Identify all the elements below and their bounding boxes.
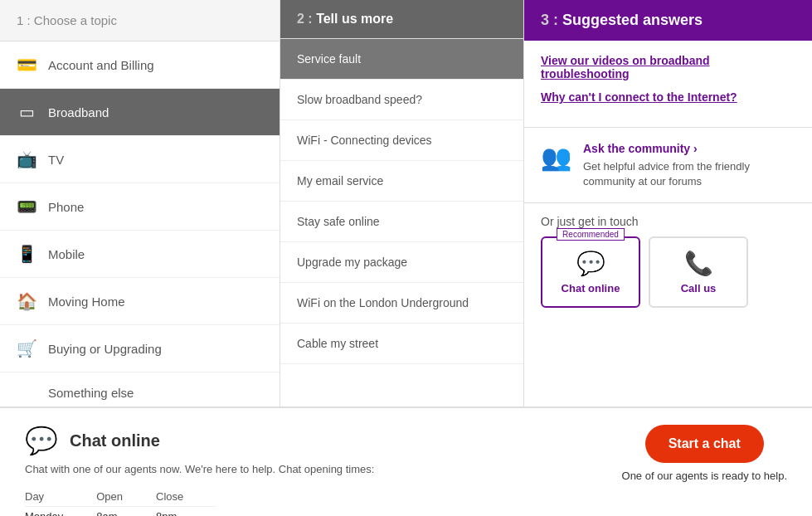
col2-title: 2 : Tell us more xyxy=(297,12,507,27)
mobile-icon: 📱 xyxy=(17,244,36,264)
suggested-answers-column: 3 : Suggested answers View our videos on… xyxy=(524,0,812,406)
chat-title: Chat online xyxy=(70,431,160,450)
moving-icon: 🏠 xyxy=(17,291,36,311)
call-card-label: Call us xyxy=(662,282,735,295)
agent-ready-text: One of our agents is ready to help. xyxy=(622,470,787,482)
broadband-icon: ▭ xyxy=(17,102,36,122)
chat-bubble-icon: 💬 xyxy=(25,425,58,456)
hours-day: Monday xyxy=(25,507,96,517)
contact-section: Or just get in touch Recommended 💬 Chat … xyxy=(524,203,812,319)
start-chat-button[interactable]: Start a chat xyxy=(645,425,764,463)
ask-community-link[interactable]: Ask the community xyxy=(583,142,698,155)
topic-service-fault[interactable]: Service fault xyxy=(280,39,523,80)
recommended-badge: Recommended xyxy=(557,228,625,241)
community-text: Ask the community Get helpful advice fro… xyxy=(583,141,795,189)
table-row: Monday 8am 8pm xyxy=(25,507,216,517)
phone-icon: 📟 xyxy=(17,197,36,217)
nav-item-moving[interactable]: 🏠 Moving Home xyxy=(0,278,280,325)
topic-slow-speed-label: Slow broadband speed? xyxy=(297,93,422,106)
chat-card-icon: 💬 xyxy=(554,250,627,277)
col3-header: 3 : Suggested answers xyxy=(524,0,812,41)
community-icon: 👥 xyxy=(541,143,571,172)
col3-step: 3 : xyxy=(541,12,562,28)
col1-title: 1 : Choose a topic xyxy=(17,12,263,29)
chat-online-card[interactable]: Recommended 💬 Chat online xyxy=(541,236,640,308)
call-us-card[interactable]: 📞 Call us xyxy=(649,236,748,308)
chat-action: Start a chat One of our agents is ready … xyxy=(622,425,787,482)
topic-stay-safe-label: Stay safe online xyxy=(297,215,380,228)
community-section: 👥 Ask the community Get helpful advice f… xyxy=(524,128,812,203)
topic-upgrade-label: Upgrade my package xyxy=(297,256,407,269)
hours-header-day: Day xyxy=(25,487,96,507)
nav-item-moving-label: Moving Home xyxy=(48,295,125,309)
contact-options: Recommended 💬 Chat online 📞 Call us xyxy=(541,236,795,308)
hours-close: 8pm xyxy=(156,507,216,517)
topic-column: 1 : Choose a topic 💳 Account and Billing… xyxy=(0,0,280,406)
hours-open: 8am xyxy=(96,507,156,517)
account-icon: 💳 xyxy=(17,55,36,75)
tv-icon: 📺 xyxy=(17,149,36,169)
topic-wifi-underground-label: WiFi on the London Underground xyxy=(297,296,469,309)
topic-wifi-underground[interactable]: WiFi on the London Underground xyxy=(280,283,523,324)
topic-wifi-connecting[interactable]: WiFi - Connecting devices xyxy=(280,120,523,161)
col1-header: 1 : Choose a topic xyxy=(0,0,280,41)
col2-step: 2 : xyxy=(297,12,316,26)
hours-table: Day Open Close Monday 8am 8pm xyxy=(25,487,216,516)
nav-item-tv[interactable]: 📺 TV xyxy=(0,136,280,183)
col2-header: 2 : Tell us more xyxy=(280,0,523,39)
topic-upgrade[interactable]: Upgrade my package xyxy=(280,242,523,283)
chat-info: 💬 Chat online Chat with one of our agent… xyxy=(25,425,589,516)
contact-or-text: Or just get in touch xyxy=(541,215,795,228)
topic-cable[interactable]: Cable my street xyxy=(280,324,523,364)
topic-slow-speed[interactable]: Slow broadband speed? xyxy=(280,80,523,120)
nav-item-broadband-label: Broadband xyxy=(48,105,109,119)
nav-item-buying-label: Buying or Upgrading xyxy=(48,342,162,356)
hours-header-close: Close xyxy=(156,487,216,507)
topic-service-fault-label: Service fault xyxy=(297,52,361,66)
nav-item-phone[interactable]: 📟 Phone xyxy=(0,183,280,231)
nav-item-other-label: Something else xyxy=(48,386,134,400)
call-card-icon: 📞 xyxy=(662,250,735,277)
main-container: 1 : Choose a topic 💳 Account and Billing… xyxy=(0,0,812,516)
top-section: 1 : Choose a topic 💳 Account and Billing… xyxy=(0,0,812,406)
topic-cable-label: Cable my street xyxy=(297,337,378,350)
nav-item-account-label: Account and Billing xyxy=(48,58,154,72)
nav-item-tv-label: TV xyxy=(48,153,64,167)
tell-more-column: 2 : Tell us more Service fault Slow broa… xyxy=(280,0,524,406)
nav-item-account[interactable]: 💳 Account and Billing xyxy=(0,41,280,89)
topic-stay-safe[interactable]: Stay safe online xyxy=(280,202,523,242)
col3-title: 3 : Suggested answers xyxy=(541,12,795,29)
nav-item-phone-label: Phone xyxy=(48,200,84,214)
col1-step: 1 : xyxy=(17,13,34,27)
connect-link[interactable]: Why can't I connect to the Internet? xyxy=(541,90,795,104)
nav-item-mobile[interactable]: 📱 Mobile xyxy=(0,231,280,278)
chat-card-label: Chat online xyxy=(554,282,627,295)
buying-icon: 🛒 xyxy=(17,338,36,358)
nav-item-broadband[interactable]: ▭ Broadband xyxy=(0,89,280,136)
topic-email-label: My email service xyxy=(297,174,383,187)
nav-item-mobile-label: Mobile xyxy=(48,247,85,261)
hours-header-open: Open xyxy=(96,487,156,507)
topic-email[interactable]: My email service xyxy=(280,161,523,202)
nav-item-buying[interactable]: 🛒 Buying or Upgrading xyxy=(0,325,280,372)
community-description: Get helpful advice from the friendly com… xyxy=(583,159,795,189)
chat-header: 💬 Chat online xyxy=(25,425,589,456)
suggested-links-section: View our videos on broadband troubleshoo… xyxy=(524,41,812,128)
topic-wifi-connecting-label: WiFi - Connecting devices xyxy=(297,134,432,147)
bottom-section: 💬 Chat online Chat with one of our agent… xyxy=(0,406,812,516)
chat-description: Chat with one of our agents now. We're h… xyxy=(25,463,589,475)
videos-link[interactable]: View our videos on broadband troubleshoo… xyxy=(541,54,795,80)
